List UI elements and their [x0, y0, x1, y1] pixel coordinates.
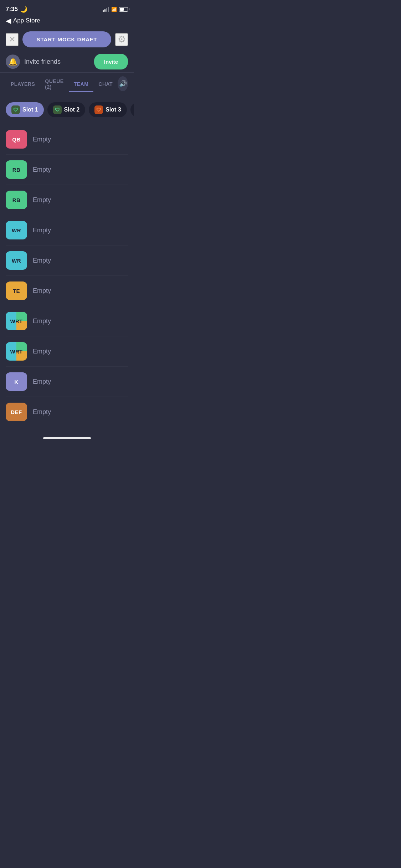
position-badge-te: TE	[6, 281, 27, 300]
battery-icon	[119, 7, 128, 12]
top-bar: ✕ START MOCK DRAFT ⚙	[0, 28, 134, 51]
position-badge-wr2: WR	[6, 251, 27, 270]
time-label: 7:35	[6, 6, 18, 13]
position-row-wr1[interactable]: WR Empty	[6, 215, 128, 246]
slot-1-icon: 🛡	[11, 105, 20, 114]
position-row-wr2[interactable]: WR Empty	[6, 246, 128, 276]
wifi-icon: 📶	[111, 7, 117, 12]
position-badge-wrt1: WRT	[6, 312, 27, 330]
position-status-rb2: Empty	[33, 196, 51, 204]
position-row-wrt1[interactable]: WRT Empty	[6, 306, 128, 336]
position-status-wrt2: Empty	[33, 348, 51, 355]
position-badge-wr1: WR	[6, 221, 27, 239]
position-status-wr1: Empty	[33, 227, 51, 234]
app-store-back[interactable]: ◀ App Store	[0, 16, 134, 28]
app-store-label: App Store	[13, 17, 40, 24]
close-icon: ✕	[9, 35, 15, 44]
invite-text: Invite friends	[24, 58, 61, 66]
invite-banner: 🔔 Invite friends Invite	[0, 51, 134, 73]
slot-3-label: Slot 3	[106, 107, 121, 113]
slot-3-icon: 🛡	[94, 105, 103, 114]
slot-1-button[interactable]: 🛡 Slot 1	[6, 102, 44, 117]
home-bar	[43, 437, 91, 439]
back-chevron-icon: ◀	[6, 16, 11, 25]
position-row-def[interactable]: DEF Empty	[6, 397, 128, 427]
start-mock-draft-button[interactable]: START MOCK DRAFT	[22, 31, 112, 47]
position-badge-def: DEF	[6, 403, 27, 421]
close-button[interactable]: ✕	[6, 33, 19, 46]
slot-2-label: Slot 2	[64, 107, 80, 113]
sound-button[interactable]: 🔊	[118, 76, 128, 91]
position-row-rb1[interactable]: RB Empty	[6, 155, 128, 185]
status-bar: 7:35 🌙 📶	[0, 0, 134, 16]
tab-players[interactable]: PLAYERS	[6, 76, 40, 92]
position-status-wr2: Empty	[33, 257, 51, 264]
signal-icon	[103, 7, 109, 12]
settings-button[interactable]: ⚙	[115, 33, 128, 46]
position-status-qb: Empty	[33, 136, 51, 143]
tab-chat[interactable]: CHAT	[93, 76, 118, 92]
settings-icon: ⚙	[118, 34, 126, 45]
slot-2-icon: 🛡	[53, 105, 62, 114]
position-row-wrt2[interactable]: WRT Empty	[6, 336, 128, 367]
positions-list: QB Empty RB Empty RB Empty WR Empty WR E…	[0, 121, 134, 431]
position-status-wrt1: Empty	[33, 317, 51, 325]
sound-icon: 🔊	[119, 80, 127, 88]
position-badge-k: K	[6, 372, 27, 391]
position-status-k: Empty	[33, 378, 51, 386]
status-time: 7:35 🌙	[6, 6, 27, 13]
slots-row: 🛡 Slot 1 🛡 Slot 2 🛡 Slot 3 🛡 Slot 4	[0, 95, 134, 121]
position-row-te[interactable]: TE Empty	[6, 276, 128, 306]
tab-queue[interactable]: QUEUE (2)	[40, 73, 68, 95]
moon-icon: 🌙	[20, 6, 27, 13]
slot-4-button[interactable]: 🛡 Slot 4	[130, 102, 134, 117]
position-badge-wrt2: WRT	[6, 342, 27, 361]
position-badge-rb2: RB	[6, 191, 27, 209]
slot-3-button[interactable]: 🛡 Slot 3	[89, 102, 127, 117]
slot-2-button[interactable]: 🛡 Slot 2	[47, 102, 86, 117]
position-status-te: Empty	[33, 287, 51, 295]
status-icons: 📶	[103, 7, 128, 12]
invite-icon: 🔔	[6, 55, 20, 69]
slot-1-label: Slot 1	[22, 107, 38, 113]
position-status-rb1: Empty	[33, 166, 51, 174]
position-badge-rb1: RB	[6, 160, 27, 179]
position-row-rb2[interactable]: RB Empty	[6, 185, 128, 215]
invite-button[interactable]: Invite	[94, 54, 128, 69]
position-badge-qb: QB	[6, 130, 27, 149]
tabs-row: PLAYERS QUEUE (2) TEAM CHAT 🔊	[0, 73, 134, 95]
position-row-k[interactable]: K Empty	[6, 367, 128, 397]
position-status-def: Empty	[33, 408, 51, 416]
position-row-qb[interactable]: QB Empty	[6, 124, 128, 155]
home-indicator	[0, 434, 134, 442]
tab-team[interactable]: TEAM	[69, 76, 94, 92]
